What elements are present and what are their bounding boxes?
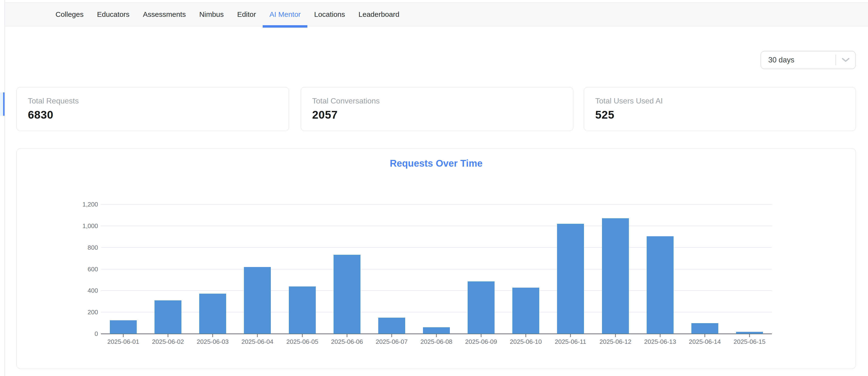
bar-2025-06-13	[647, 236, 674, 334]
bar-2025-06-08	[423, 327, 450, 334]
tab-label: Educators	[97, 10, 129, 19]
tab-label: AI Mentor	[269, 10, 301, 19]
x-axis-tick	[481, 334, 482, 337]
sidebar-selected-item-fragment	[0, 93, 3, 116]
chart-title: Requests Over Time	[16, 158, 856, 169]
left-panel-divider	[4, 0, 5, 376]
x-axis-tick	[168, 334, 168, 337]
x-axis-tick	[436, 334, 437, 337]
x-axis-tick	[302, 334, 303, 337]
tab-leaderboard[interactable]: Leaderboard	[352, 3, 406, 26]
top-tab-bar: CollegesEducatorsAssessmentsNimbusEditor…	[5, 2, 868, 26]
y-axis-label: 400	[64, 287, 98, 294]
x-axis-tick	[212, 334, 213, 337]
stat-card-total-requests: Total Requests6830	[16, 87, 289, 131]
x-axis-label: 2025-06-02	[152, 338, 184, 345]
tab-educators[interactable]: Educators	[90, 3, 136, 26]
gridline-1200	[101, 204, 772, 205]
tab-label: Nimbus	[199, 10, 224, 19]
stat-value: 2057	[312, 108, 573, 121]
tab-label: Leaderboard	[359, 10, 399, 19]
x-axis-tick	[570, 334, 571, 337]
x-axis-label: 2025-06-03	[197, 338, 229, 345]
x-axis-label: 2025-06-10	[510, 338, 542, 345]
x-axis-tick	[526, 334, 526, 337]
date-range-value: 30 days	[761, 56, 836, 64]
y-axis-label: 200	[64, 309, 98, 316]
bar-2025-06-15	[736, 332, 763, 334]
tab-label: Editor	[237, 10, 256, 19]
x-axis-tick	[615, 334, 616, 337]
chevron-down-icon	[836, 58, 855, 62]
x-axis-label: 2025-06-08	[421, 338, 453, 345]
tab-label: Locations	[314, 10, 345, 19]
gridline-1000	[101, 226, 772, 226]
x-axis-label: 2025-06-04	[242, 338, 274, 345]
bar-2025-06-03	[199, 294, 226, 334]
y-axis-label: 1,200	[64, 201, 98, 208]
bar-2025-06-05	[289, 286, 316, 334]
tab-label: Assessments	[143, 10, 186, 19]
active-tab-underline	[263, 25, 307, 28]
x-axis-label: 2025-06-06	[331, 338, 363, 345]
bar-2025-06-09	[468, 281, 495, 334]
date-range-select[interactable]: 30 days	[761, 51, 856, 69]
x-axis-label: 2025-06-15	[734, 338, 766, 345]
tab-colleges[interactable]: Colleges	[49, 3, 90, 26]
x-axis-label: 2025-06-07	[376, 338, 408, 345]
y-axis-label: 0	[64, 330, 98, 338]
bar-2025-06-10	[512, 288, 539, 334]
x-axis-tick	[392, 334, 392, 337]
bar-2025-06-06	[334, 255, 361, 334]
stat-value: 525	[595, 108, 856, 121]
stat-label: Total Users Used AI	[595, 97, 856, 105]
x-axis-label: 2025-06-01	[107, 338, 140, 345]
x-axis-label: 2025-06-11	[555, 338, 586, 345]
x-axis-label: 2025-06-12	[599, 338, 631, 345]
x-axis-tick	[347, 334, 347, 337]
x-axis-label: 2025-06-14	[689, 338, 721, 345]
tab-ai-mentor[interactable]: AI Mentor	[263, 3, 307, 26]
x-axis-tick	[749, 334, 750, 337]
x-axis-label: 2025-06-05	[286, 338, 318, 345]
sidebar-selected-indicator	[3, 93, 5, 116]
x-axis-label: 2025-06-13	[644, 338, 676, 345]
bar-2025-06-01	[110, 320, 137, 334]
tab-nimbus[interactable]: Nimbus	[192, 3, 230, 26]
x-axis-tick	[123, 334, 124, 337]
x-axis-tick	[257, 334, 258, 337]
stat-value: 6830	[28, 108, 289, 121]
bar-2025-06-04	[244, 267, 271, 334]
tab-editor[interactable]: Editor	[230, 3, 263, 26]
bar-2025-06-14	[691, 323, 718, 334]
x-axis-tick	[705, 334, 705, 337]
bar-2025-06-07	[378, 318, 405, 334]
stat-label: Total Requests	[28, 97, 289, 105]
stat-card-total-users-used-ai: Total Users Used AI525	[584, 87, 856, 131]
y-axis-label: 1,000	[64, 222, 98, 230]
y-axis-label: 800	[64, 244, 98, 251]
x-axis-label: 2025-06-09	[465, 338, 497, 345]
stat-label: Total Conversations	[312, 97, 573, 105]
ai-mentor-dashboard: CollegesEducatorsAssessmentsNimbusEditor…	[0, 0, 868, 376]
tab-assessments[interactable]: Assessments	[136, 3, 192, 26]
y-axis-label: 600	[64, 266, 98, 273]
tab-label: Colleges	[56, 10, 84, 19]
bar-2025-06-02	[155, 300, 181, 334]
x-axis-tick	[660, 334, 661, 337]
bar-2025-06-12	[602, 218, 629, 334]
bar-2025-06-11	[557, 224, 584, 334]
tab-locations[interactable]: Locations	[307, 3, 351, 26]
stat-card-total-conversations: Total Conversations2057	[301, 87, 574, 131]
